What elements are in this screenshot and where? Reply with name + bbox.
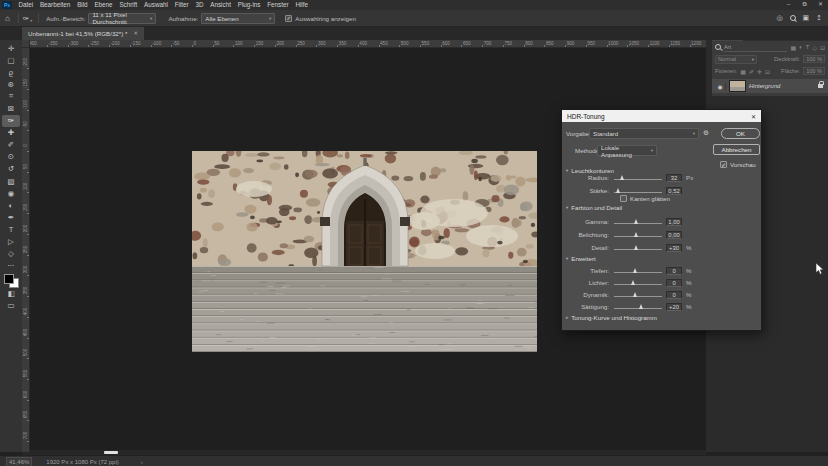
dodge-tool[interactable]: ◐ (2, 199, 20, 211)
close-tab-icon[interactable]: ✕ (133, 30, 138, 36)
foreground-color-swatch[interactable] (4, 274, 14, 284)
dialog-title-bar[interactable]: HDR-Tonung ✕ (562, 110, 761, 122)
eyedropper-tool[interactable]: ✑ (2, 115, 20, 127)
menu-item-3d[interactable]: 3D (192, 0, 207, 10)
layer-filter-search[interactable]: Art (724, 43, 787, 52)
menu-item-datei[interactable]: Datei (15, 0, 36, 10)
foreground-background-colors[interactable] (4, 274, 19, 288)
value-field[interactable]: 32 (666, 174, 682, 182)
minimize-button[interactable]: – (784, 0, 793, 9)
shape-tool[interactable]: ◇ (2, 248, 20, 260)
lock-position-icon[interactable]: ✛ (757, 68, 762, 75)
account-icon[interactable]: ◎ (776, 14, 782, 22)
slider-track[interactable] (614, 296, 662, 297)
status-expand-icon[interactable]: › (141, 459, 143, 465)
scrollbar-thumb[interactable] (104, 451, 118, 454)
crop-tool[interactable]: ⌗ (2, 90, 20, 102)
workspace-icon[interactable]: ▣ (803, 14, 810, 22)
horizontal-ruler[interactable]: -400-350-300-250-200-150-100-50050100150… (30, 40, 706, 48)
type-tool[interactable]: T (2, 223, 20, 235)
slider-handle[interactable] (633, 292, 637, 297)
zoom-level-field[interactable]: 41,46% (6, 457, 32, 466)
slider-handle[interactable] (620, 175, 624, 180)
healing-brush-tool[interactable]: ✚ (2, 127, 20, 139)
layer-row[interactable]: ◉Hintergrund (712, 79, 828, 93)
pen-tool[interactable]: ✒ (2, 211, 20, 223)
fill-value[interactable]: 100 % (803, 67, 825, 75)
slider-handle[interactable] (634, 232, 638, 237)
ruler-origin-corner[interactable] (22, 40, 30, 48)
sampling-ring-checkbox[interactable]: ✓ (285, 15, 292, 22)
value-field[interactable]: +20 (666, 303, 682, 311)
path-selection-tool[interactable]: ▷ (2, 236, 20, 248)
filter-adjustment-layers-icon[interactable]: ◐ (799, 44, 803, 51)
cancel-button[interactable]: Abbrechen (713, 144, 760, 155)
slider-handle[interactable] (633, 268, 637, 273)
menu-item-fenster[interactable]: Fenster (264, 0, 292, 10)
slider-track[interactable] (614, 284, 662, 285)
menu-item-bearbeiten[interactable]: Bearbeiten (36, 0, 73, 10)
search-icon[interactable] (790, 15, 796, 21)
preset-dropdown[interactable]: Standard ▾ (589, 128, 699, 139)
value-field[interactable]: +30 (666, 244, 682, 252)
section-header-erweitert[interactable]: ▾Erweitert (566, 255, 596, 262)
layer-visibility-toggle[interactable]: ◉ (715, 83, 726, 90)
edge-smoothing-checkbox[interactable] (620, 195, 627, 202)
slider-handle[interactable] (639, 304, 643, 309)
section-header-tonung-kurve-und-histogramm[interactable]: ▸Tonung-Kurve und Histogramm (566, 314, 657, 321)
sample-size-dropdown[interactable]: 11 x 11 Pixel Durchschnitt ▾ (88, 13, 156, 24)
move-tool[interactable]: ✛ (2, 42, 20, 54)
home-icon[interactable]: ⌂ (5, 14, 10, 23)
menu-item-ansicht[interactable]: Ansicht (207, 0, 234, 10)
blur-tool[interactable]: ◉ (2, 187, 20, 199)
slider-handle[interactable] (634, 219, 638, 224)
tool-preset-caret-icon[interactable]: ▾ (30, 18, 32, 23)
filter-pixel-layers-icon[interactable]: ▦ (790, 44, 796, 51)
opacity-value[interactable]: 100 % (803, 55, 825, 63)
restore-button[interactable]: ⧉ (800, 0, 809, 9)
lock-transparency-icon[interactable]: ▦ (740, 68, 746, 75)
menu-item-plug-ins[interactable]: Plug-ins (234, 0, 264, 10)
eyedropper-tool-icon[interactable]: ✑ (23, 14, 29, 23)
lock-artboard-icon[interactable]: ⊡ (765, 68, 770, 75)
quick-mask-button[interactable]: ◧ (2, 288, 20, 300)
menu-item-ebene[interactable]: Ebene (91, 0, 116, 10)
screen-mode-button[interactable]: ▭ (2, 300, 20, 312)
more-tools[interactable]: ⋯ (2, 260, 20, 272)
slider-track[interactable] (614, 272, 662, 273)
slider-handle[interactable] (616, 188, 620, 193)
ok-button[interactable]: OK (721, 128, 760, 139)
history-brush-tool[interactable]: ↺ (2, 163, 20, 175)
value-field[interactable]: 0 (666, 291, 682, 299)
gradient-tool[interactable]: ▧ (2, 175, 20, 187)
filter-type-layers-icon[interactable]: T (806, 44, 810, 51)
document-tab[interactable]: Unbenannt-1 bei 41,5% (RGB/32*) * ✕ (22, 26, 144, 40)
close-button[interactable]: ✕ (816, 0, 825, 9)
menu-item-auswahl[interactable]: Auswahl (141, 0, 172, 10)
lasso-tool[interactable]: ϱ (2, 66, 20, 78)
value-field[interactable]: 1,00 (666, 218, 682, 226)
slider-handle[interactable] (634, 245, 638, 250)
value-field[interactable]: 0,00 (666, 231, 682, 239)
menu-item-schrift[interactable]: Schrift (116, 0, 141, 10)
filter-smart-objects-icon[interactable]: ⊡ (820, 44, 825, 51)
dialog-close-icon[interactable]: ✕ (751, 113, 756, 120)
menu-item-hilfe[interactable]: Hilfe (292, 0, 311, 10)
section-header-farbton-und-detail[interactable]: ▾Farbton und Detail (566, 204, 622, 211)
filter-shape-layers-icon[interactable]: ◇ (812, 44, 817, 51)
object-selection-tool[interactable]: ⊛ (2, 78, 20, 90)
document-image[interactable] (192, 151, 537, 352)
lock-paint-icon[interactable]: ✐ (749, 68, 754, 75)
value-field[interactable]: 0,52 (666, 187, 682, 195)
menu-item-filter[interactable]: Filter (171, 0, 192, 10)
method-dropdown[interactable]: Lokale Anpassung ▾ (597, 145, 657, 156)
sample-dropdown[interactable]: Alle Ebenen ▾ (201, 13, 275, 24)
frame-tool[interactable]: ⊠ (2, 102, 20, 114)
slider-handle[interactable] (631, 280, 635, 285)
preset-options-gear-icon[interactable]: ⚙ (703, 129, 709, 137)
vertical-ruler[interactable]: -250-200-150-100-50050100150200250300350… (22, 48, 30, 452)
blend-mode-dropdown[interactable]: Normal ▾ (715, 55, 757, 64)
value-field[interactable]: 0 (666, 279, 682, 287)
brush-tool[interactable]: ✐ (2, 139, 20, 151)
layer-thumbnail[interactable] (729, 80, 746, 92)
